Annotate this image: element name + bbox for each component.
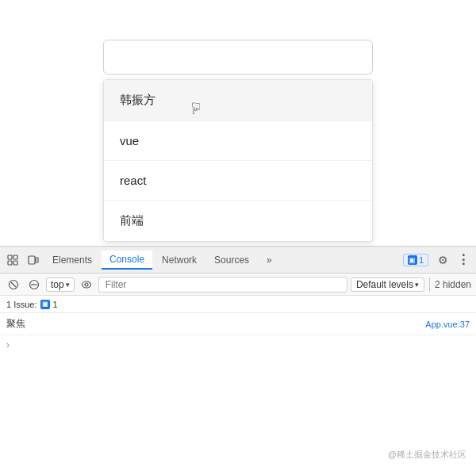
- context-selector[interactable]: top ▾: [46, 278, 75, 292]
- tab-sources[interactable]: Sources: [206, 251, 257, 269]
- tab-console[interactable]: Console: [102, 251, 152, 270]
- filter-input[interactable]: [98, 277, 347, 293]
- issue-badge[interactable]: ▣ 1: [403, 254, 428, 266]
- levels-arrow-icon: ▾: [415, 281, 419, 289]
- console-log-link-0[interactable]: App.vue:37: [425, 320, 470, 329]
- gear-icon: ⚙: [438, 254, 448, 266]
- levels-select[interactable]: Default levels ▾: [351, 278, 424, 292]
- inspect-icon-btn[interactable]: [3, 251, 22, 270]
- browser-content: 韩振方 ☟ vue react 前端: [0, 0, 476, 246]
- dropdown-item-3[interactable]: 前端: [104, 200, 372, 241]
- more-icon: ⋮: [457, 252, 470, 267]
- dropdown-item-label-0: 韩振方: [120, 93, 155, 106]
- levels-label: Default levels: [356, 279, 413, 290]
- svg-rect-3: [13, 261, 17, 265]
- dropdown-item-label-3: 前端: [120, 213, 144, 227]
- watermark: @稀土掘金技术社区: [388, 449, 466, 461]
- hidden-count: 2 hidden: [435, 279, 471, 290]
- svg-rect-4: [29, 256, 35, 264]
- tab-network[interactable]: Network: [154, 251, 205, 269]
- dropdown-item-2[interactable]: react: [104, 160, 372, 200]
- separator: [429, 278, 430, 292]
- issues-icon: ▣: [40, 300, 50, 309]
- cursor-hand-icon: ☟: [191, 99, 201, 118]
- console-log-row-0: 聚焦 App.vue:37: [0, 313, 476, 335]
- input-wrapper: 韩振方 ☟ vue react 前端: [103, 40, 373, 75]
- svg-line-7: [11, 282, 16, 287]
- issues-bar: 1 Issue: ▣ 1: [0, 296, 476, 313]
- context-arrow-icon: ▾: [66, 281, 70, 289]
- tab-more[interactable]: »: [259, 251, 280, 269]
- device-icon-btn[interactable]: [24, 251, 43, 270]
- issue-badge-count: 1: [419, 255, 424, 265]
- svg-rect-0: [8, 255, 12, 259]
- settings-icon-btn[interactable]: ⚙: [433, 251, 452, 270]
- dropdown-item-label-2: react: [120, 174, 146, 187]
- dropdown-item-label-1: vue: [120, 134, 139, 147]
- console-prompt-row: ›: [0, 335, 476, 354]
- context-label: top: [51, 279, 64, 290]
- svg-rect-5: [36, 258, 38, 262]
- devtools-second-row: top ▾ Default levels ▾ 2 hidden: [0, 274, 476, 296]
- clear-console-btn[interactable]: [5, 276, 22, 293]
- search-input[interactable]: [103, 40, 373, 75]
- block-icon-btn[interactable]: [25, 276, 43, 293]
- dropdown-list: 韩振方 ☟ vue react 前端: [103, 79, 373, 242]
- prompt-arrow-icon: ›: [6, 339, 10, 350]
- console-area: 聚焦 App.vue:37 ›: [0, 313, 476, 467]
- dropdown-item-1[interactable]: vue: [104, 121, 372, 160]
- issue-badge-icon: ▣: [408, 255, 417, 265]
- dropdown-item-0[interactable]: 韩振方 ☟: [104, 80, 372, 121]
- devtools-toolbar: Elements Console Network Sources » ▣ 1 ⚙…: [0, 247, 476, 274]
- devtools-panel: Elements Console Network Sources » ▣ 1 ⚙…: [0, 246, 476, 467]
- more-icon-btn[interactable]: ⋮: [454, 251, 473, 270]
- svg-point-11: [85, 283, 88, 286]
- svg-rect-2: [8, 261, 12, 265]
- svg-point-10: [82, 281, 90, 288]
- issues-bar-count: 1: [53, 300, 58, 309]
- console-log-text-0: 聚焦: [6, 317, 425, 331]
- svg-rect-1: [13, 255, 17, 259]
- eye-icon-btn[interactable]: [78, 276, 95, 293]
- tab-elements[interactable]: Elements: [44, 251, 100, 269]
- issues-bar-label: 1 Issue:: [6, 300, 37, 309]
